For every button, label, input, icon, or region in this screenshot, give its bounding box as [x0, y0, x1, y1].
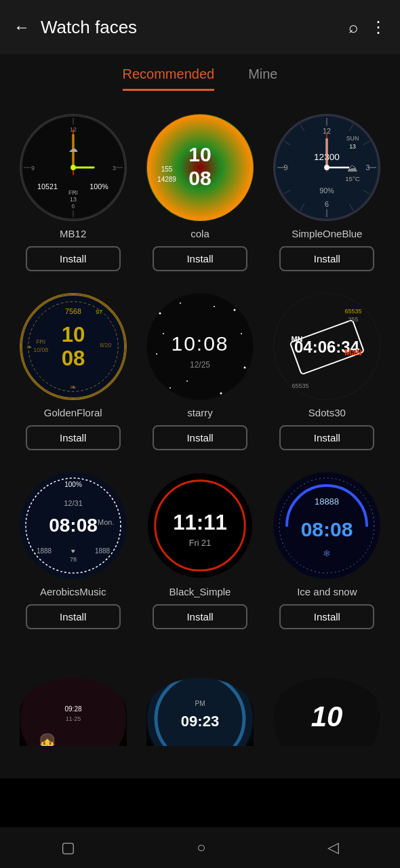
more-button[interactable]: ⋮ [370, 19, 386, 35]
svg-text:FRI: FRI [36, 338, 45, 345]
watch-name-black-simple: Black_Simple [169, 586, 231, 597]
svg-point-49 [324, 165, 329, 170]
watch-card-ice-snow: 18888 08:08 ❄ Ice and snow Install [264, 462, 391, 642]
svg-text:10: 10 [61, 323, 85, 347]
svg-text:9: 9 [31, 165, 35, 172]
svg-point-68 [169, 387, 171, 389]
watch-face-mb12[interactable]: 12 6 9 3 10521 100% ☁ FRI 13 [20, 114, 127, 221]
svg-text:15°C: 15°C [345, 175, 360, 182]
svg-text:90%: 90% [320, 186, 335, 195]
svg-text:10: 10 [311, 701, 343, 732]
watch-face-starry[interactable]: 10:08 12/25 [146, 293, 254, 400]
watch-card-mb12: 12 6 9 3 10521 100% ☁ FRI 13 [9, 104, 136, 283]
top-bar: ← Watch faces ⌕ ⋮ [0, 0, 400, 54]
svg-text:14289: 14289 [157, 176, 176, 183]
watch-name-ice-snow: Ice and snow [297, 586, 357, 597]
svg-text:65535: 65535 [292, 382, 309, 389]
install-button-cola[interactable]: Install [153, 246, 247, 271]
svg-text:13: 13 [70, 196, 77, 203]
svg-point-67 [243, 367, 245, 369]
tab-mine[interactable]: Mine [248, 66, 277, 91]
watch-name-starry: starry [187, 407, 213, 418]
watch-face-sdots30[interactable]: 65535 255 65535 MN 04:06:34 MaN [273, 293, 380, 400]
svg-text:8/20: 8/20 [100, 342, 111, 349]
install-button-sdots30[interactable]: Install [279, 425, 374, 450]
install-button-ice-snow[interactable]: Install [279, 604, 374, 629]
svg-text:11:11: 11:11 [173, 511, 227, 534]
svg-point-17 [71, 165, 76, 170]
svg-text:❄: ❄ [323, 548, 331, 559]
watch-card-partial-3: 10 [264, 669, 391, 765]
svg-text:97: 97 [96, 309, 102, 315]
top-bar-right: ⌕ ⋮ [348, 19, 386, 35]
watch-face-partial-1[interactable]: 09:28 11·25 👧 [20, 678, 127, 746]
install-button-aerobics-music[interactable]: Install [26, 604, 121, 629]
watch-name-cola: cola [191, 228, 209, 239]
svg-text:SUN: SUN [346, 135, 359, 142]
install-button-simple-one-blue[interactable]: Install [279, 246, 374, 271]
svg-text:FRI: FRI [68, 189, 78, 196]
watch-face-partial-3[interactable]: 10 [273, 678, 380, 746]
svg-text:100%: 100% [64, 481, 82, 488]
watch-face-black-simple[interactable]: 11:11 Fri 21 [146, 472, 254, 579]
svg-point-70 [186, 380, 188, 382]
nav-home-button[interactable]: ○ [197, 839, 205, 856]
svg-text:08:08: 08:08 [49, 515, 98, 536]
watch-card-aerobics-music: 100% 12/31 08:08 Mon. 1888 ♥ 78 1888 Aer… [9, 462, 136, 642]
page-title: Watch faces [41, 17, 137, 38]
watch-face-aerobics-music[interactable]: 100% 12/31 08:08 Mon. 1888 ♥ 78 1888 [20, 472, 127, 579]
install-button-black-simple[interactable]: Install [153, 604, 247, 629]
nav-square-button[interactable]: ▢ [61, 839, 75, 856]
svg-text:Fri 21: Fri 21 [189, 538, 211, 548]
nav-bar: ▢ ○ ◁ [0, 827, 400, 868]
svg-point-62 [159, 313, 161, 315]
install-button-golden-floral[interactable]: Install [26, 425, 121, 450]
svg-text:12/25: 12/25 [190, 360, 210, 370]
svg-text:6: 6 [325, 200, 329, 208]
watch-card-partial-1: 09:28 11·25 👧 [9, 669, 136, 765]
watch-face-partial-2[interactable]: PM 09:23 [146, 678, 254, 746]
search-button[interactable]: ⌕ [348, 19, 358, 35]
svg-text:100%: 100% [89, 182, 108, 191]
svg-text:78: 78 [70, 556, 77, 563]
watch-face-golden-floral[interactable]: ❧ ❧ FRI 10/08 8/20 10 08 7568 97 [20, 293, 127, 400]
svg-text:Mon.: Mon. [98, 518, 114, 526]
svg-text:9: 9 [284, 163, 288, 172]
svg-text:7568: 7568 [65, 307, 81, 315]
tab-recommended[interactable]: Recommended [123, 66, 215, 91]
svg-text:3: 3 [366, 163, 370, 172]
svg-text:10/08: 10/08 [33, 347, 48, 353]
svg-text:❧: ❧ [70, 382, 77, 391]
svg-text:08: 08 [61, 347, 85, 370]
svg-text:255: 255 [348, 316, 359, 323]
svg-text:18888: 18888 [315, 496, 339, 507]
svg-text:MaN: MaN [345, 348, 362, 357]
top-bar-left: ← Watch faces [14, 17, 137, 38]
watch-card-cola: 10 08 155 14289 cola Install [136, 104, 263, 283]
nav-back-button[interactable]: ◁ [327, 839, 339, 856]
svg-text:08: 08 [188, 167, 211, 189]
watch-face-simple-one-blue[interactable]: 12 3 6 9 SUN 13 ⛰ 15°C 12300 90% [273, 114, 380, 221]
svg-text:☁: ☁ [68, 144, 78, 154]
content-area: 12 6 9 3 10521 100% ☁ FRI 13 [0, 91, 400, 826]
watch-name-golden-floral: GoldenFloral [44, 407, 102, 418]
watch-card-black-simple: 11:11 Fri 21 Black_Simple Install [136, 462, 263, 642]
svg-text:1888: 1888 [95, 547, 111, 555]
watch-face-ice-snow[interactable]: 18888 08:08 ❄ [273, 472, 380, 579]
svg-point-72 [214, 306, 215, 307]
svg-point-64 [233, 309, 235, 311]
install-button-starry[interactable]: Install [153, 425, 247, 450]
svg-text:1888: 1888 [37, 547, 52, 555]
svg-text:13: 13 [349, 143, 356, 150]
watch-card-simple-one-blue: 12 3 6 9 SUN 13 ⛰ 15°C 12300 90% [264, 104, 391, 283]
svg-text:09:23: 09:23 [181, 713, 219, 730]
svg-text:PM: PM [195, 700, 205, 707]
watch-face-cola[interactable]: 10 08 155 14289 [146, 114, 254, 221]
svg-point-66 [156, 353, 157, 355]
watch-grid: 12 6 9 3 10521 100% ☁ FRI 13 [0, 91, 400, 655]
back-button[interactable]: ← [14, 19, 30, 35]
svg-text:❧: ❧ [26, 343, 31, 351]
svg-text:♥: ♥ [71, 547, 75, 555]
svg-text:08:08: 08:08 [301, 518, 353, 540]
install-button-mb12[interactable]: Install [26, 246, 121, 271]
